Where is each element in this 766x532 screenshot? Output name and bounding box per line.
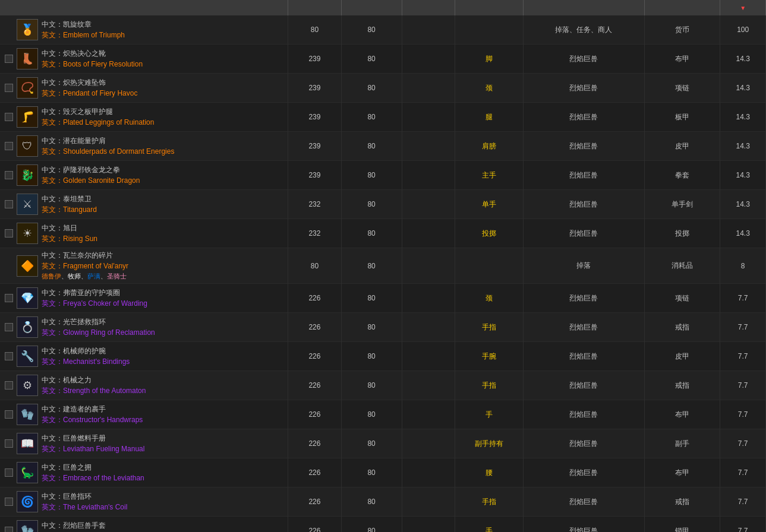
col-header-name[interactable]	[0, 0, 288, 15]
item-name-zh: 中文：萨隆邪铁金龙之拳	[42, 165, 140, 175]
item-name-zh: 中文：旭日	[42, 223, 97, 233]
item-type: 单手剑	[644, 190, 720, 219]
item-faction	[402, 132, 455, 161]
table-row: 📖 中文：巨兽燃料手册 英文：Leviathan Fueling Manual …	[0, 429, 766, 458]
item-req-level: 80	[341, 219, 402, 248]
item-slot: 腿	[455, 103, 523, 132]
item-type: 板甲	[644, 103, 720, 132]
item-level: 226	[288, 487, 341, 517]
item-name-en: 英文：Golden Saronite Dragon	[42, 176, 140, 186]
item-faction	[402, 487, 455, 517]
item-slot: 手腕	[455, 342, 523, 371]
item-icon: ⚔	[17, 194, 38, 215]
col-header-faction[interactable]	[402, 0, 455, 15]
item-name-zh: 中文：机械师的护腕	[42, 346, 130, 356]
item-slot: 肩膀	[455, 132, 523, 161]
item-checkbox[interactable]	[5, 294, 13, 302]
slot-value: 副手持有	[475, 439, 503, 448]
item-checkbox[interactable]	[5, 468, 13, 477]
col-header-pct[interactable]: ▼	[720, 0, 766, 15]
item-pct: 14.3	[720, 219, 766, 248]
item-faction	[402, 15, 455, 45]
item-icon: 🛡	[17, 135, 38, 157]
item-text: 中文：旭日 英文：Rising Sun	[42, 223, 97, 244]
item-req-level: 80	[341, 190, 402, 219]
table-row: 🐉 中文：萨隆邪铁金龙之拳 英文：Golden Saronite Dragon …	[0, 161, 766, 190]
item-name-zh: 中文：潜在能量护肩	[42, 136, 174, 146]
item-faction	[402, 458, 455, 487]
item-icon: ☀	[17, 223, 38, 244]
slot-value: 脚	[486, 55, 493, 63]
item-type: 消耗品	[644, 248, 720, 284]
item-name-zh: 中文：机械之力	[42, 375, 146, 385]
item-req-level: 80	[341, 103, 402, 132]
item-source: 烈焰巨兽	[523, 342, 644, 371]
item-req-level: 80	[341, 400, 402, 429]
item-checkbox[interactable]	[5, 498, 13, 506]
item-checkbox[interactable]	[5, 171, 13, 179]
item-name-en: 英文：Emblem of Triumph	[42, 30, 125, 40]
item-checkbox[interactable]	[5, 55, 13, 63]
col-header-level[interactable]	[288, 0, 341, 15]
slot-value: 肩膀	[482, 142, 496, 150]
item-level: 80	[288, 15, 341, 45]
item-req-level: 80	[341, 517, 402, 533]
item-checkbox[interactable]	[5, 381, 13, 390]
item-name-cell: ⚔ 中文：泰坦禁卫 英文：Titanguard	[0, 190, 288, 219]
item-checkbox[interactable]	[5, 352, 13, 360]
item-checkbox[interactable]	[5, 200, 13, 208]
item-pct: 14.3	[720, 74, 766, 103]
item-icon: 🦵	[17, 106, 38, 128]
item-req-level: 80	[341, 458, 402, 487]
item-checkbox[interactable]	[5, 323, 13, 331]
item-name-cell: 🌀 中文：巨兽指环 英文：The Leviathan's Coil	[0, 487, 288, 517]
col-header-req-level[interactable]	[341, 0, 402, 15]
item-name-cell: 🛡 中文：潜在能量护肩 英文：Shoulderpads of Dormant E…	[0, 132, 288, 161]
item-source: 烈焰巨兽	[523, 74, 644, 103]
slot-value: 手指	[482, 323, 496, 331]
item-pct: 7.7	[720, 400, 766, 429]
col-header-type[interactable]	[644, 0, 720, 15]
item-level: 239	[288, 103, 341, 132]
item-slot: 主手	[455, 161, 523, 190]
item-level: 239	[288, 161, 341, 190]
item-name-zh: 中文：烈焰巨兽手套	[42, 521, 157, 531]
table-row: 🦕 中文：巨兽之拥 英文：Embrace of the Leviathan 22…	[0, 458, 766, 487]
item-name-cell: 💍 中文：光芒拯救指环 英文：Glowing Ring of Reclamati…	[0, 313, 288, 342]
item-name-en: 英文：Plated Leggings of Ruination	[42, 118, 154, 128]
item-name-en: 英文：Mechanist's Bindings	[42, 357, 130, 367]
item-type: 皮甲	[644, 132, 720, 161]
item-text: 中文：炽热灾难坠饰 英文：Pendant of Fiery Havoc	[42, 78, 137, 99]
item-checkbox[interactable]	[5, 229, 13, 238]
item-checkbox[interactable]	[5, 84, 13, 92]
item-checkbox[interactable]	[5, 527, 13, 532]
item-icon: 💎	[17, 287, 38, 309]
item-type: 副手	[644, 429, 720, 458]
item-icon: 🔧	[17, 346, 38, 367]
item-source: 烈焰巨兽	[523, 190, 644, 219]
item-type: 皮甲	[644, 342, 720, 371]
col-header-source[interactable]	[523, 0, 644, 15]
item-checkbox[interactable]	[5, 142, 13, 150]
item-name-en: 英文：Embrace of the Leviathan	[42, 473, 144, 483]
item-icon: 👢	[17, 48, 38, 69]
item-source: 烈焰巨兽	[523, 400, 644, 429]
col-header-slot[interactable]	[455, 0, 523, 15]
item-type: 戒指	[644, 313, 720, 342]
item-source: 烈焰巨兽	[523, 458, 644, 487]
item-slot: 副手持有	[455, 429, 523, 458]
slot-value: 腰	[486, 468, 493, 477]
item-table-container: ▼ 🏅 中文：凯旋纹章 英文：Emblem of Triumph 80 80 掉…	[0, 0, 766, 532]
item-checkbox[interactable]	[5, 439, 13, 448]
item-pct: 14.3	[720, 103, 766, 132]
item-text: 中文：萨隆邪铁金龙之拳 英文：Golden Saronite Dragon	[42, 165, 140, 186]
sort-arrow-icon: ▼	[740, 5, 746, 11]
item-level: 232	[288, 190, 341, 219]
item-text: 中文：巨兽燃料手册 英文：Leviathan Fueling Manual	[42, 433, 144, 454]
item-type: 投掷	[644, 219, 720, 248]
item-source: 烈焰巨兽	[523, 103, 644, 132]
item-checkbox[interactable]	[5, 410, 13, 419]
item-source: 烈焰巨兽	[523, 219, 644, 248]
item-checkbox[interactable]	[5, 113, 13, 121]
item-pct: 7.7	[720, 458, 766, 487]
